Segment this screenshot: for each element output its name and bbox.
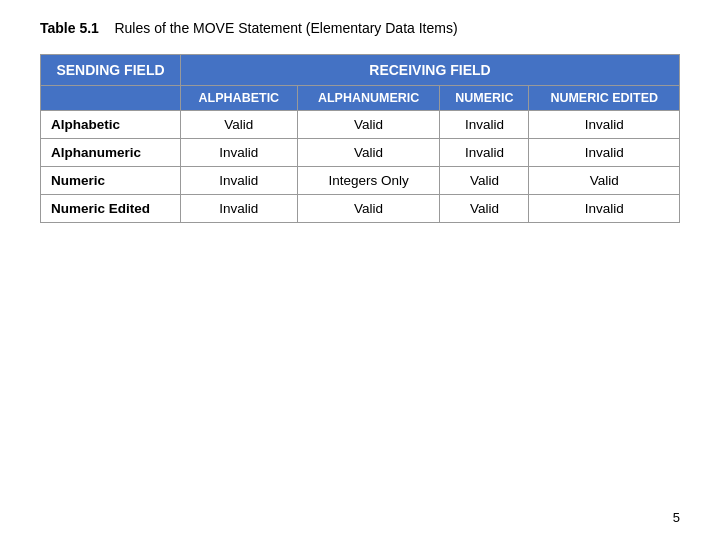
value-cell: Valid	[529, 167, 680, 195]
move-statement-table: SENDING FIELD RECEIVING FIELD ALPHABETIC…	[40, 54, 680, 223]
value-cell: Invalid	[181, 195, 298, 223]
value-cell: Invalid	[440, 111, 529, 139]
table-row: AlphabeticValidValidInvalidInvalid	[41, 111, 680, 139]
table-row: Numeric EditedInvalidValidValidInvalid	[41, 195, 680, 223]
value-cell: Valid	[440, 195, 529, 223]
value-cell: Invalid	[440, 139, 529, 167]
page-number: 5	[673, 510, 680, 525]
sending-field-cell: Numeric Edited	[41, 195, 181, 223]
col-header-alphabetic: ALPHABETIC	[181, 86, 298, 111]
receiving-field-header: RECEIVING FIELD	[181, 55, 680, 86]
col-header-alphanumeric: ALPHANUMERIC	[297, 86, 440, 111]
header-row-2: ALPHABETIC ALPHANUMERIC NUMERIC NUMERIC …	[41, 86, 680, 111]
corner-empty	[41, 86, 181, 111]
table-number: Table 5.1	[40, 20, 99, 36]
value-cell: Invalid	[529, 195, 680, 223]
value-cell: Valid	[181, 111, 298, 139]
value-cell: Invalid	[529, 111, 680, 139]
col-header-numeric-edited: NUMERIC EDITED	[529, 86, 680, 111]
sending-field-cell: Alphanumeric	[41, 139, 181, 167]
value-cell: Invalid	[181, 139, 298, 167]
table-row: NumericInvalidIntegers OnlyValidValid	[41, 167, 680, 195]
value-cell: Invalid	[529, 139, 680, 167]
page: Table 5.1 Rules of the MOVE Statement (E…	[0, 0, 720, 540]
page-title: Table 5.1 Rules of the MOVE Statement (E…	[40, 20, 680, 36]
sending-field-header: SENDING FIELD	[41, 55, 181, 86]
sending-field-cell: Numeric	[41, 167, 181, 195]
col-header-numeric: NUMERIC	[440, 86, 529, 111]
title-description: Rules of the MOVE Statement (Elementary …	[114, 20, 457, 36]
table-body: AlphabeticValidValidInvalidInvalidAlphan…	[41, 111, 680, 223]
sending-field-cell: Alphabetic	[41, 111, 181, 139]
value-cell: Integers Only	[297, 167, 440, 195]
value-cell: Valid	[297, 195, 440, 223]
value-cell: Valid	[440, 167, 529, 195]
value-cell: Valid	[297, 139, 440, 167]
value-cell: Valid	[297, 111, 440, 139]
table-row: AlphanumericInvalidValidInvalidInvalid	[41, 139, 680, 167]
value-cell: Invalid	[181, 167, 298, 195]
header-row-1: SENDING FIELD RECEIVING FIELD	[41, 55, 680, 86]
